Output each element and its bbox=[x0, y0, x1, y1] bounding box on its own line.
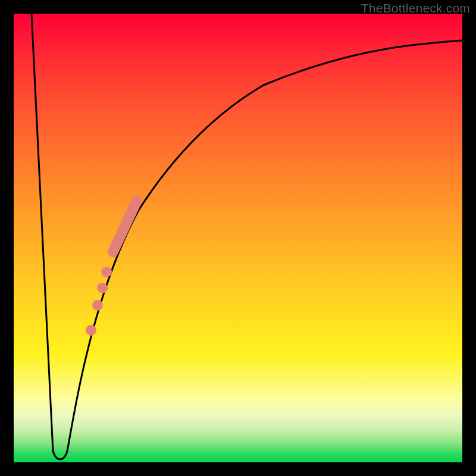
marker-dot bbox=[97, 283, 108, 293]
chart-svg bbox=[14, 14, 462, 462]
bottleneck-curve bbox=[32, 14, 462, 459]
outer-frame: TheBottleneck.com bbox=[0, 0, 476, 476]
marker-dot bbox=[92, 300, 103, 311]
marker-dot bbox=[101, 267, 112, 277]
marker-dot bbox=[86, 325, 96, 336]
marker-segment bbox=[113, 201, 137, 252]
plot-area bbox=[14, 14, 462, 462]
watermark-text: TheBottleneck.com bbox=[361, 1, 470, 15]
